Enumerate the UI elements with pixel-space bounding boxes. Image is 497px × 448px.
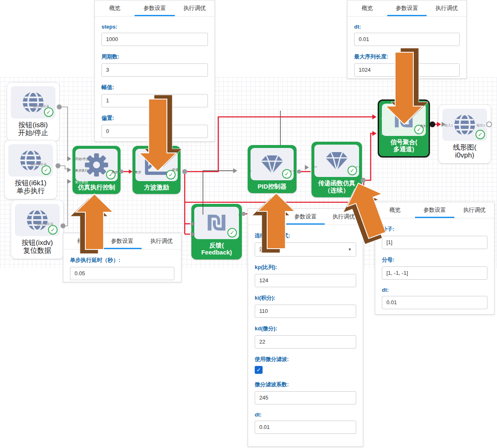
node-title: 方波激励 [144,184,169,191]
denominator-input[interactable]: [1, -1, -1] [382,266,487,280]
node-ok-badge: ✓ [44,107,53,117]
node-icon-card: ✓ [75,149,118,181]
port-label-out[interactable]: 输出1 [477,123,485,128]
node-title: 按钮(ixdv) [22,239,53,247]
port-label-in1[interactable]: >>in1 [381,116,389,120]
port-label-out[interactable]: 输出字符串 [33,104,49,109]
node-signal-aggregate[interactable]: ₪ ✓ 信号聚合( 多通道) >>in1 >>in2 序列 [378,99,430,157]
tab-tuning[interactable]: 执行调优 [142,233,181,249]
field-label: 分子: [382,225,487,233]
filter-coef-input[interactable]: 245 [255,391,356,404]
port-label-out[interactable]: 设值 [172,167,179,172]
node-title: 按钮(is8i) [19,121,48,129]
node-line-chart[interactable]: ✓ 线形图( i0vph) 输入1 输出1 [438,104,491,164]
dt-input[interactable]: 0.01 [354,33,460,46]
port-label-out[interactable]: 序列 [420,124,427,128]
tab-params[interactable]: 参数设置 [286,209,324,225]
port-mark-in[interactable]: > [249,169,251,173]
node-button-reset[interactable]: ✓ 按钮(ixdv) 复位数据 输出字符串 [11,200,64,259]
node-title: 按钮(i6k1) [15,179,47,187]
node-square-wave[interactable]: ✓ 方波激励 单步 设值 [133,146,181,194]
globe-icon [18,148,43,173]
panel-pid-params: 概览 参数设置 执行调优 连续/离散模式: 连续(s) ▼ kp(比列): 12… [248,208,363,447]
tab-overview[interactable]: 概览 [375,202,415,218]
node-button-start[interactable]: ✓ 按钮(is8i) 开始/停止 输出字符串 [7,82,60,141]
node-subtitle: Feedback) [201,249,232,256]
field-label: 分母: [382,256,487,264]
port-mark-out[interactable]: > > [290,169,295,173]
ki-input[interactable]: 110 [255,305,356,318]
tab-tuning[interactable]: 执行调优 [175,0,215,16]
port-label-in2[interactable]: 单步执行 [75,168,88,173]
node-transfer-function[interactable]: ✓ 传递函数仿真 （连续） >> > > [311,142,362,197]
field-label: 连续/离散模式: [255,232,356,240]
node-ok-badge: ✓ [227,228,237,237]
port-mark-in[interactable]: >> [313,165,317,169]
amplitude-input[interactable]: 1 [101,94,208,107]
tab-bar: 概览 参数设置 执行调优 [248,209,363,225]
tab-overview[interactable]: 概览 [248,209,286,225]
node-icon-card: ✓ [11,86,55,119]
node-button-step[interactable]: ✓ 按钮(i6k1) 单步执行 输出字符串 [4,140,57,199]
panel-aggregate-params: 概览 参数设置 执行调优 dt: 0.01 最大序列长度: 1024 [347,0,467,79]
node-subtitle: （连续） [324,186,349,194]
tab-bar: 概览 参数设置 执行调优 [375,202,494,218]
port-mark-out[interactable]: > [238,213,240,217]
field-label: 最大序列长度: [354,53,460,61]
steps-input[interactable]: 1000 [101,33,208,46]
globe-icon [24,207,50,233]
tab-overview[interactable]: 概览 [63,233,103,249]
step-delay-input[interactable]: 0.05 [70,267,174,280]
node-title: PID控制器 [258,183,287,190]
field-label: 周期数: [101,53,208,61]
kd-input[interactable]: 22 [255,335,356,349]
node-icon-card: ✓ [314,145,359,177]
tab-params[interactable]: 参数设置 [103,233,142,249]
node-ok-badge: ✓ [48,225,58,235]
port-label-out[interactable]: 单步 [111,170,118,174]
period-count-input[interactable]: 3 [101,63,208,77]
tab-params[interactable]: 参数设置 [387,0,427,16]
node-ok-badge: ✓ [41,165,51,175]
dt-input[interactable]: 0.01 [382,296,487,309]
globe-icon [452,112,478,138]
port-label-in[interactable]: 单步 [135,170,141,174]
field-label: 偏置: [101,114,208,122]
mode-select[interactable]: 连续(s) ▼ [255,242,356,257]
max-seq-length-input[interactable]: 1024 [354,63,460,77]
port-label-in2[interactable]: >>in2 [381,132,389,136]
port-label-in3[interactable]: 复位数据 [75,180,88,184]
tab-tuning[interactable]: 执行调优 [427,0,466,16]
port-label-out[interactable]: 输出字符串 [30,162,47,167]
field-label: dt: [354,24,460,30]
tab-params[interactable]: 参数设置 [415,202,455,218]
dt-input[interactable]: 0.01 [255,421,356,434]
numerator-input[interactable]: [1] [382,236,487,249]
tab-tuning[interactable]: 执行调优 [454,202,494,218]
node-icon-card: ✓ [135,149,178,181]
field-label: 微分滤波系数: [255,381,356,388]
node-subtitle: 复位数据 [23,247,51,254]
port-label-in1[interactable]: 开始/停止 [75,157,89,161]
kp-input[interactable]: 124 [255,274,356,287]
port-label-out[interactable]: 输出字符串 [37,222,53,226]
shekel-icon: ₪ [394,109,413,131]
tab-bar: 概览 参数设置 执行调优 [63,233,181,249]
tab-params[interactable]: 参数设置 [135,0,174,16]
node-title: 仿真执行控制 [78,184,115,191]
tab-overview[interactable]: 概览 [347,0,387,16]
node-feedback[interactable]: ₪ ✓ 反馈( Feedback) > [191,204,242,259]
tab-tuning[interactable]: 执行调优 [325,209,363,225]
offset-input[interactable]: 0 [101,125,208,138]
derivative-filter-checkbox[interactable]: ✓ [255,366,263,374]
port-mark-out[interactable]: > > [355,165,360,169]
node-sim-control[interactable]: ✓ 仿真执行控制 开始/停止 单步执行 复位数据 单步 [72,146,121,194]
port-label-in[interactable]: 输入1 [444,123,453,128]
node-subtitle: i0vph) [455,151,474,159]
field-label: ki(积分): [255,294,356,302]
node-pid[interactable]: ✓ PID控制器 > > > [248,145,297,193]
node-icon-card: ₪ ✓ [194,207,239,239]
gem-icon [259,153,285,175]
tab-overview[interactable]: 概览 [95,0,135,16]
node-subtitle: 开始/停止 [18,129,48,137]
